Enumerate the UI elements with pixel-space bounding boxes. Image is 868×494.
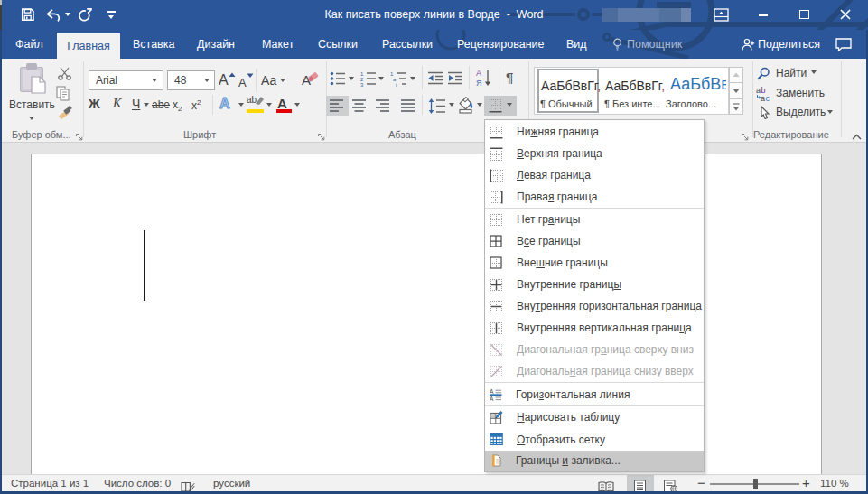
svg-text:i: i [396, 82, 397, 87]
svg-text:3: 3 [360, 82, 364, 88]
svg-text:A: A [490, 388, 494, 395]
svg-text:Я: Я [476, 79, 482, 87]
svg-text:А: А [476, 69, 481, 78]
svg-text:a: a [761, 94, 765, 102]
svg-text:c: c [766, 94, 770, 102]
svg-text:A: A [490, 395, 494, 400]
